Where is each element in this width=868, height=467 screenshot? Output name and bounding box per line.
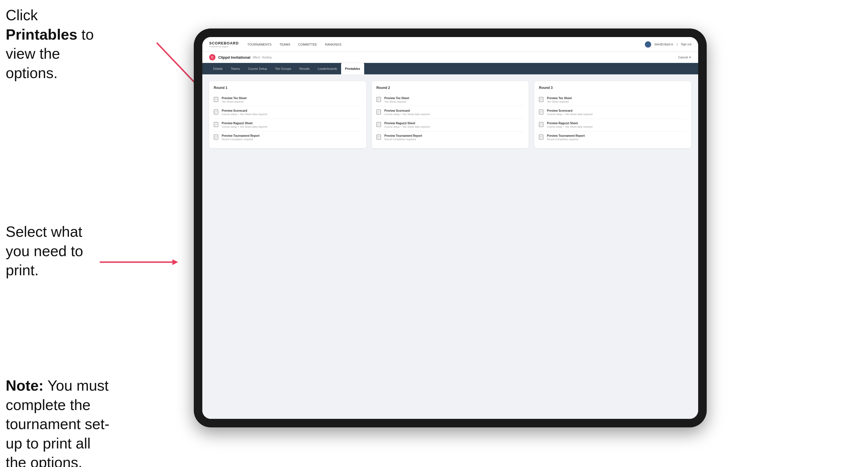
- annotation-bottom: Note: You must complete the tournament s…: [6, 376, 114, 467]
- round-1-tournament-report-title: Preview Tournament Report: [222, 134, 259, 137]
- round-1-scorecard-text: Preview Scorecard Course setup + Tee She…: [222, 109, 267, 116]
- round-1-scorecard[interactable]: Preview Scorecard Course setup + Tee She…: [214, 106, 362, 119]
- round-2-raguzzi[interactable]: Preview Raguzzi Sheet Course setup + Tee…: [376, 119, 524, 131]
- tournament-status: Hosting: [262, 56, 272, 59]
- raguzzi-icon-r3: [539, 122, 544, 128]
- round-1-scorecard-title: Preview Scorecard: [222, 109, 267, 112]
- round-2-tournament-report[interactable]: Preview Tournament Report Round Completi…: [376, 131, 524, 144]
- top-nav-links: TOURNAMENTS TEAMS COMMITTEE RANKINGS: [247, 41, 645, 47]
- round-3-column: Round 3 Preview Tee Sheet Tee Sheet requ…: [534, 81, 691, 148]
- round-1-raguzzi-subtitle: Course setup + Tee Sheet data required: [222, 125, 267, 128]
- tee-sheet-icon-r2: [376, 97, 381, 102]
- tee-sheet-icon: [214, 97, 219, 102]
- round-1-column: Round 1 Preview Tee Sheet: [209, 81, 366, 148]
- round-1-tee-sheet[interactable]: Preview Tee Sheet Tee Sheet required: [214, 94, 362, 106]
- tournament-report-icon: [214, 134, 219, 140]
- user-email: blair@clippd.io: [655, 43, 673, 46]
- rounds-container: Round 1 Preview Tee Sheet: [209, 81, 691, 148]
- round-1-tournament-report-subtitle: Round Completion required: [222, 138, 259, 141]
- user-avatar: [645, 41, 651, 48]
- top-nav-right: blair@clippd.io | Sign out: [645, 41, 691, 48]
- tab-details[interactable]: Details: [209, 63, 227, 74]
- tablet-device: SCOREBOARD Powered by clippd TOURNAMENTS…: [194, 29, 707, 427]
- round-1-title: Round 1: [214, 86, 362, 90]
- top-nav: SCOREBOARD Powered by clippd TOURNAMENTS…: [202, 37, 698, 52]
- round-2-scorecard[interactable]: Preview Scorecard Course setup + Tee She…: [376, 106, 524, 119]
- tablet-screen: SCOREBOARD Powered by clippd TOURNAMENTS…: [202, 37, 698, 419]
- scorecard-icon-r2: [376, 110, 381, 115]
- tab-leaderboards[interactable]: Leaderboards: [314, 63, 341, 74]
- logo-title: SCOREBOARD: [209, 41, 239, 45]
- tab-bar: Details Teams Course Setup Tee Groups Re…: [202, 63, 698, 74]
- raguzzi-icon: [214, 122, 219, 128]
- round-3-raguzzi[interactable]: Preview Raguzzi Sheet Course setup + Tee…: [539, 119, 687, 131]
- round-3-title: Round 3: [539, 86, 687, 90]
- tab-tee-groups[interactable]: Tee Groups: [271, 63, 295, 74]
- round-1-tournament-report[interactable]: Preview Tournament Report Round Completi…: [214, 131, 362, 144]
- tab-printables[interactable]: Printables: [341, 63, 364, 74]
- round-1-raguzzi-text: Preview Raguzzi Sheet Course setup + Tee…: [222, 122, 267, 128]
- separator: |: [677, 43, 678, 46]
- round-1-raguzzi[interactable]: Preview Raguzzi Sheet Course setup + Tee…: [214, 119, 362, 131]
- round-2-title: Round 2: [376, 86, 524, 90]
- annotation-bold-note: Note:: [6, 377, 43, 394]
- logo-area: SCOREBOARD Powered by clippd: [209, 41, 239, 48]
- round-1-tee-sheet-text: Preview Tee Sheet Tee Sheet required: [222, 97, 247, 103]
- tee-sheet-icon-r3: [539, 97, 544, 102]
- round-3-tee-sheet[interactable]: Preview Tee Sheet Tee Sheet required: [539, 94, 687, 106]
- arrow-middle: [97, 248, 188, 276]
- round-1-tee-sheet-title: Preview Tee Sheet: [222, 97, 247, 100]
- tournament-report-icon-r3: [539, 134, 544, 140]
- round-1-tee-sheet-subtitle: Tee Sheet required: [222, 100, 247, 103]
- round-3-scorecard[interactable]: Preview Scorecard Course setup + Tee She…: [539, 106, 687, 119]
- round-2-column: Round 2 Preview Tee Sheet Tee Sheet requ…: [372, 81, 529, 148]
- tournament-report-icon-r2: [376, 134, 381, 140]
- scorecard-icon: [214, 110, 219, 115]
- round-3-tournament-report[interactable]: Preview Tournament Report Round Completi…: [539, 131, 687, 144]
- tournament-badge: (Men): [253, 56, 260, 59]
- sign-out-link[interactable]: Sign out: [681, 43, 691, 46]
- round-1-tournament-report-text: Preview Tournament Report Round Completi…: [222, 134, 259, 141]
- tab-results[interactable]: Results: [295, 63, 314, 74]
- svg-marker-3: [173, 259, 178, 265]
- nav-committee[interactable]: COMMITTEE: [298, 41, 317, 47]
- nav-rankings[interactable]: RANKINGS: [325, 41, 341, 47]
- annotation-bold-printables: Printables: [6, 26, 77, 43]
- logo-sub: Powered by clippd: [209, 45, 239, 48]
- raguzzi-icon-r2: [376, 122, 381, 128]
- tournament-name: Clippd Invitational: [218, 55, 250, 60]
- tournament-logo: C: [209, 54, 215, 60]
- nav-teams[interactable]: TEAMS: [280, 41, 290, 47]
- round-1-scorecard-subtitle: Course setup + Tee Sheet data required: [222, 113, 267, 116]
- sub-header: C Clippd Invitational (Men) Hosting Canc…: [202, 52, 698, 63]
- tab-teams[interactable]: Teams: [227, 63, 244, 74]
- round-1-raguzzi-title: Preview Raguzzi Sheet: [222, 122, 267, 125]
- annotation-middle: Select what you need to print.: [6, 222, 108, 280]
- round-2-tee-sheet[interactable]: Preview Tee Sheet Tee Sheet required: [376, 94, 524, 106]
- main-content: Round 1 Preview Tee Sheet: [202, 74, 698, 419]
- tab-course-setup[interactable]: Course Setup: [244, 63, 271, 74]
- scorecard-icon-r3: [539, 110, 544, 115]
- cancel-button[interactable]: Cancel ✕: [678, 56, 691, 59]
- nav-tournaments[interactable]: TOURNAMENTS: [247, 41, 272, 47]
